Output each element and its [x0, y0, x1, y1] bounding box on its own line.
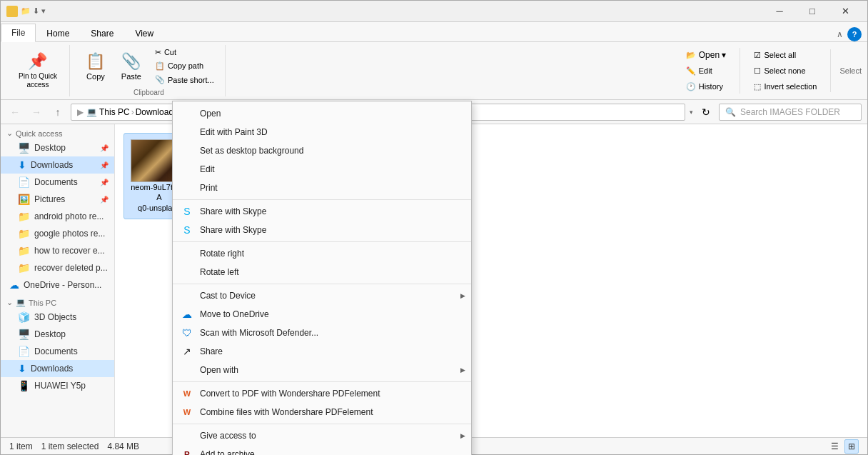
sidebar-item-huawei[interactable]: 📱 HUAWEI Y5p	[1, 377, 114, 394]
history-button[interactable]: 🕐 History	[681, 79, 732, 94]
paste-icon: 📎	[121, 52, 141, 71]
this-pc-icon-sidebar: 💻	[16, 298, 26, 307]
select-none-button[interactable]: ☐ Select none	[749, 64, 822, 78]
sidebar-item-desktop-pc[interactable]: 🖥️ Desktop	[1, 326, 114, 343]
invert-selection-button[interactable]: ⬚ Invert selection	[749, 79, 822, 94]
refresh-button[interactable]: ↻	[697, 104, 715, 121]
pin-indicator-2: 📌	[100, 161, 108, 169]
sidebar-item-how-to-recover[interactable]: 📁 how to recover e...	[1, 242, 114, 259]
title-text: 📁 ⬇ ▾	[21, 6, 46, 16]
ctx-move-onedrive[interactable]: ☁ Move to OneDrive	[173, 305, 471, 324]
sidebar-item-3d-objects[interactable]: 🧊 3D Objects	[1, 309, 114, 326]
ctx-open-with[interactable]: Open with	[173, 361, 471, 379]
back-button[interactable]: ←	[6, 104, 24, 121]
cut-button[interactable]: ✂ Cut	[150, 46, 219, 59]
this-pc-chevron: ⌄	[6, 298, 13, 307]
tab-share[interactable]: Share	[80, 24, 124, 42]
tab-home[interactable]: Home	[36, 24, 80, 42]
paste-shortcut-button[interactable]: 📎 Paste short...	[150, 73, 219, 86]
file-explorer-window: 📁 ⬇ ▾ ─ □ ✕ File Home Share View ∧ ?	[0, 0, 868, 455]
ctx-skype-icon-1: S	[181, 206, 193, 217]
ribbon: File Home Share View ∧ ? 📌 Pin to Quicka…	[1, 22, 867, 100]
android-label: android photo re...	[34, 211, 104, 221]
ctx-cast-label: Cast to Device	[200, 291, 460, 301]
ctx-share-skype-2-label: Share with Skype	[200, 225, 460, 235]
view-controls: ☰ ⊞	[827, 439, 859, 454]
ctx-share[interactable]: ↗ Share	[173, 342, 471, 361]
title-bar: 📁 ⬇ ▾ ─ □ ✕	[1, 1, 867, 22]
sidebar-item-desktop-quick[interactable]: 🖥️ Desktop 📌	[1, 139, 114, 156]
invert-icon: ⬚	[754, 82, 761, 91]
ctx-add-archive[interactable]: R Add to archive...	[173, 445, 471, 455]
ctx-share-skype-1[interactable]: S Share with Skype	[173, 202, 471, 221]
help-button[interactable]: ?	[847, 27, 862, 41]
ctx-wondershare-icon-2: W	[181, 406, 193, 418]
tab-view[interactable]: View	[124, 24, 164, 42]
ctx-open[interactable]: Open	[173, 104, 471, 123]
this-pc-label-sidebar: This PC	[29, 299, 56, 307]
desktop-pc-label: Desktop	[34, 329, 66, 339]
recover-deleted-icon: 📁	[18, 262, 30, 274]
path-dropdown-button[interactable]: ▾	[690, 109, 693, 116]
ctx-edit-paint3d-label: Edit with Paint 3D	[200, 127, 460, 137]
this-pc-header[interactable]: ⌄ 💻 This PC	[1, 294, 114, 309]
ctx-rotate-left[interactable]: Rotate left	[173, 263, 471, 281]
path-this-pc[interactable]: 💻 This PC	[86, 107, 130, 117]
ctx-scan-defender[interactable]: 🛡 Scan with Microsoft Defender...	[173, 324, 471, 342]
sidebar-item-downloads-quick[interactable]: ⬇ Downloads 📌	[1, 156, 114, 174]
ctx-winrar-icon-1: R	[181, 449, 193, 455]
ctx-share-skype-2[interactable]: S Share with Skype	[173, 221, 471, 239]
sidebar-item-google-photos[interactable]: 📁 google photos re...	[1, 225, 114, 242]
select-all-button[interactable]: ☑ Select all	[749, 48, 822, 62]
sidebar-item-onedrive[interactable]: ☁ OneDrive - Person...	[1, 276, 114, 294]
sidebar-item-documents-pc[interactable]: 📄 Documents	[1, 343, 114, 360]
close-button[interactable]: ✕	[829, 1, 862, 22]
ctx-print[interactable]: Print	[173, 179, 471, 197]
pictures-icon: 🖼️	[18, 194, 30, 205]
up-button[interactable]: ↑	[49, 104, 66, 121]
quick-access-header[interactable]: ⌄ Quick access	[1, 124, 114, 139]
ctx-cast-to-device[interactable]: Cast to Device	[173, 286, 471, 305]
ctx-edit[interactable]: Edit	[173, 160, 471, 179]
search-box[interactable]: 🔍 Search IMAGES FOLDER	[719, 104, 862, 121]
how-to-recover-icon: 📁	[18, 245, 30, 256]
ctx-wondershare-icon-1: W	[181, 388, 193, 399]
view-large-icon: ⊞	[848, 441, 855, 451]
ctx-rotate-right[interactable]: Rotate right	[173, 244, 471, 263]
ctx-combine-pdf-label: Combine files with Wondershare PDFelemen…	[200, 407, 460, 417]
copy-button[interactable]: 📋 Copy	[79, 46, 113, 87]
ctx-sep-3	[173, 284, 471, 284]
ctx-set-desktop-bg[interactable]: Set as desktop background	[173, 141, 471, 160]
tab-file[interactable]: File	[1, 24, 36, 42]
edit-icon: ✏️	[686, 66, 696, 76]
paste-shortcut-icon: 📎	[155, 75, 165, 84]
ctx-combine-pdf[interactable]: W Combine files with Wondershare PDFelem…	[173, 403, 471, 421]
view-details-button[interactable]: ☰	[827, 439, 842, 454]
ctx-open-icon	[181, 108, 193, 119]
copy-path-button[interactable]: 📋 Copy path	[150, 59, 219, 73]
expand-ribbon-button[interactable]: ∧	[832, 29, 847, 39]
forward-button[interactable]: →	[28, 104, 45, 121]
documents-icon: 📄	[18, 176, 30, 188]
select-group: ☑ Select all ☐ Select none ⬚ Invert sele…	[740, 48, 822, 94]
pin-to-quick-access-button[interactable]: 📌 Pin to Quickaccess	[12, 50, 64, 91]
sidebar-item-downloads-pc[interactable]: ⬇ Downloads	[1, 360, 114, 377]
sidebar-item-documents-quick[interactable]: 📄 Documents 📌	[1, 174, 114, 191]
edit-button[interactable]: ✏️ Edit	[681, 64, 732, 78]
sidebar-item-pictures-quick[interactable]: 🖼️ Pictures 📌	[1, 191, 114, 208]
ctx-convert-pdf[interactable]: W Convert to PDF with Wondershare PDFele…	[173, 384, 471, 403]
minimize-button[interactable]: ─	[763, 1, 796, 22]
desktop-pc-icon: 🖥️	[18, 329, 30, 340]
open-label: Open ▾	[699, 50, 727, 60]
view-large-button[interactable]: ⊞	[844, 439, 859, 454]
sidebar-item-android[interactable]: 📁 android photo re...	[1, 208, 114, 225]
ctx-edit-paint3d[interactable]: Edit with Paint 3D	[173, 123, 471, 141]
sidebar-item-recover-deleted[interactable]: 📁 recover deleted p...	[1, 259, 114, 276]
ctx-share-skype-1-label: Share with Skype	[200, 206, 460, 216]
onedrive-label: OneDrive - Person...	[24, 280, 101, 290]
ctx-give-access[interactable]: Give access to	[173, 426, 471, 445]
maximize-button[interactable]: □	[796, 1, 829, 22]
paste-button[interactable]: 📎 Paste	[114, 46, 148, 87]
copy-path-label: Copy path	[168, 61, 203, 70]
open-button[interactable]: 📂 Open ▾	[681, 48, 732, 62]
